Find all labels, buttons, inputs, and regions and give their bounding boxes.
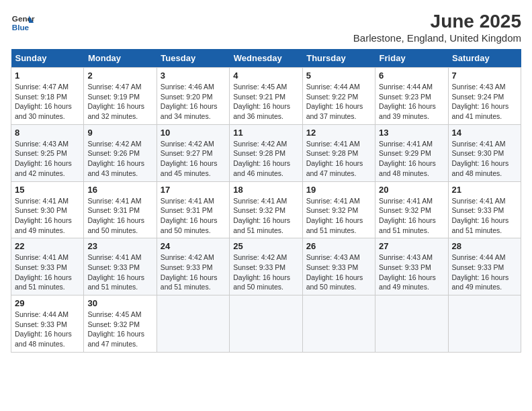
weekday-header-tuesday: Tuesday [157, 49, 229, 68]
day-number: 17 [161, 185, 226, 195]
weekday-header-friday: Friday [375, 49, 448, 68]
day-info: Sunrise: 4:42 AMSunset: 9:28 PMDaylight:… [233, 139, 298, 179]
calendar-cell: 9 Sunrise: 4:42 AMSunset: 9:26 PMDayligh… [84, 124, 157, 181]
day-info: Sunrise: 4:41 AMSunset: 9:33 PMDaylight:… [87, 253, 152, 292]
calendar-cell: 7 Sunrise: 4:43 AMSunset: 9:24 PMDayligh… [448, 68, 521, 125]
day-info: Sunrise: 4:41 AMSunset: 9:33 PMDaylight:… [15, 253, 80, 292]
calendar-cell: 15 Sunrise: 4:41 AMSunset: 9:30 PMDaylig… [11, 181, 84, 238]
day-info: Sunrise: 4:46 AMSunset: 9:20 PMDaylight:… [161, 82, 226, 122]
calendar-cell: 21 Sunrise: 4:41 AMSunset: 9:33 PMDaylig… [448, 181, 521, 238]
calendar-cell: 8 Sunrise: 4:43 AMSunset: 9:25 PMDayligh… [11, 124, 84, 181]
calendar-cell [157, 295, 229, 353]
calendar-table: SundayMondayTuesdayWednesdayThursdayFrid… [11, 49, 521, 353]
day-number: 12 [306, 128, 371, 138]
day-number: 9 [87, 128, 152, 138]
calendar-cell: 26 Sunrise: 4:43 AMSunset: 9:33 PMDaylig… [302, 238, 375, 295]
calendar-cell: 3 Sunrise: 4:46 AMSunset: 9:20 PMDayligh… [157, 68, 229, 125]
calendar-cell [302, 295, 375, 353]
day-info: Sunrise: 4:42 AMSunset: 9:33 PMDaylight:… [233, 253, 298, 292]
day-number: 19 [306, 185, 371, 195]
day-number: 5 [306, 71, 371, 81]
day-info: Sunrise: 4:43 AMSunset: 9:25 PMDaylight:… [15, 139, 80, 179]
day-number: 22 [15, 241, 80, 251]
day-number: 25 [233, 241, 298, 251]
day-info: Sunrise: 4:41 AMSunset: 9:31 PMDaylight:… [161, 196, 226, 236]
weekday-header-row: SundayMondayTuesdayWednesdayThursdayFrid… [11, 49, 521, 68]
day-info: Sunrise: 4:41 AMSunset: 9:32 PMDaylight:… [233, 196, 298, 236]
day-number: 1 [15, 71, 80, 81]
day-number: 2 [87, 71, 152, 81]
calendar-cell: 1 Sunrise: 4:47 AMSunset: 9:18 PMDayligh… [11, 68, 84, 125]
weekday-header-saturday: Saturday [448, 49, 521, 68]
day-number: 18 [233, 185, 298, 195]
weekday-header-monday: Monday [84, 49, 157, 68]
day-number: 16 [87, 185, 152, 195]
calendar-cell: 20 Sunrise: 4:41 AMSunset: 9:32 PMDaylig… [375, 181, 448, 238]
day-info: Sunrise: 4:44 AMSunset: 9:23 PMDaylight:… [379, 82, 444, 122]
day-number: 13 [379, 128, 444, 138]
calendar-cell [230, 295, 302, 353]
svg-text:Blue: Blue [12, 23, 30, 32]
calendar-week-3: 15 Sunrise: 4:41 AMSunset: 9:30 PMDaylig… [11, 181, 521, 238]
day-info: Sunrise: 4:42 AMSunset: 9:33 PMDaylight:… [161, 253, 226, 292]
day-info: Sunrise: 4:41 AMSunset: 9:31 PMDaylight:… [87, 196, 152, 236]
calendar-cell: 14 Sunrise: 4:41 AMSunset: 9:30 PMDaylig… [448, 124, 521, 181]
page-header: General Blue June 2025 Barlestone, Engla… [11, 11, 521, 44]
day-info: Sunrise: 4:42 AMSunset: 9:27 PMDaylight:… [161, 139, 226, 179]
day-info: Sunrise: 4:41 AMSunset: 9:30 PMDaylight:… [15, 196, 80, 236]
day-number: 21 [452, 185, 517, 195]
day-number: 6 [379, 71, 444, 81]
calendar-cell: 6 Sunrise: 4:44 AMSunset: 9:23 PMDayligh… [375, 68, 448, 125]
day-number: 24 [161, 241, 226, 251]
calendar-cell: 30 Sunrise: 4:45 AMSunset: 9:32 PMDaylig… [84, 295, 157, 353]
calendar-week-4: 22 Sunrise: 4:41 AMSunset: 9:33 PMDaylig… [11, 238, 521, 295]
day-info: Sunrise: 4:43 AMSunset: 9:33 PMDaylight:… [306, 253, 371, 292]
month-year-title: June 2025 [353, 11, 521, 32]
calendar-cell: 13 Sunrise: 4:41 AMSunset: 9:29 PMDaylig… [375, 124, 448, 181]
calendar-cell: 27 Sunrise: 4:43 AMSunset: 9:33 PMDaylig… [375, 238, 448, 295]
title-block: June 2025 Barlestone, England, United Ki… [353, 11, 521, 44]
calendar-cell: 23 Sunrise: 4:41 AMSunset: 9:33 PMDaylig… [84, 238, 157, 295]
day-number: 8 [15, 128, 80, 138]
day-info: Sunrise: 4:44 AMSunset: 9:33 PMDaylight:… [452, 253, 517, 292]
calendar-cell: 17 Sunrise: 4:41 AMSunset: 9:31 PMDaylig… [157, 181, 229, 238]
day-info: Sunrise: 4:41 AMSunset: 9:30 PMDaylight:… [452, 139, 517, 179]
day-number: 20 [379, 185, 444, 195]
calendar-cell [448, 295, 521, 353]
day-info: Sunrise: 4:41 AMSunset: 9:33 PMDaylight:… [452, 196, 517, 236]
weekday-header-thursday: Thursday [302, 49, 375, 68]
day-number: 4 [233, 71, 298, 81]
calendar-cell: 11 Sunrise: 4:42 AMSunset: 9:28 PMDaylig… [230, 124, 302, 181]
calendar-cell: 16 Sunrise: 4:41 AMSunset: 9:31 PMDaylig… [84, 181, 157, 238]
day-info: Sunrise: 4:41 AMSunset: 9:32 PMDaylight:… [306, 196, 371, 236]
day-info: Sunrise: 4:47 AMSunset: 9:18 PMDaylight:… [15, 82, 80, 122]
day-number: 14 [452, 128, 517, 138]
location-subtitle: Barlestone, England, United Kingdom [353, 32, 521, 44]
calendar-cell: 4 Sunrise: 4:45 AMSunset: 9:21 PMDayligh… [230, 68, 302, 125]
calendar-cell: 18 Sunrise: 4:41 AMSunset: 9:32 PMDaylig… [230, 181, 302, 238]
logo-icon: General Blue [11, 11, 35, 35]
day-number: 3 [161, 71, 226, 81]
logo: General Blue [11, 11, 35, 35]
day-number: 15 [15, 185, 80, 195]
calendar-cell: 10 Sunrise: 4:42 AMSunset: 9:27 PMDaylig… [157, 124, 229, 181]
day-number: 23 [87, 241, 152, 251]
day-info: Sunrise: 4:44 AMSunset: 9:22 PMDaylight:… [306, 82, 371, 122]
calendar-cell: 24 Sunrise: 4:42 AMSunset: 9:33 PMDaylig… [157, 238, 229, 295]
day-number: 27 [379, 241, 444, 251]
day-info: Sunrise: 4:41 AMSunset: 9:29 PMDaylight:… [379, 139, 444, 179]
weekday-header-sunday: Sunday [11, 49, 84, 68]
calendar-cell: 19 Sunrise: 4:41 AMSunset: 9:32 PMDaylig… [302, 181, 375, 238]
calendar-cell: 22 Sunrise: 4:41 AMSunset: 9:33 PMDaylig… [11, 238, 84, 295]
weekday-header-wednesday: Wednesday [230, 49, 302, 68]
day-info: Sunrise: 4:41 AMSunset: 9:28 PMDaylight:… [306, 139, 371, 179]
day-number: 30 [87, 298, 152, 308]
day-info: Sunrise: 4:42 AMSunset: 9:26 PMDaylight:… [87, 139, 152, 179]
day-number: 28 [452, 241, 517, 251]
calendar-cell: 29 Sunrise: 4:44 AMSunset: 9:33 PMDaylig… [11, 295, 84, 353]
calendar-week-2: 8 Sunrise: 4:43 AMSunset: 9:25 PMDayligh… [11, 124, 521, 181]
day-number: 29 [15, 298, 80, 308]
day-number: 10 [161, 128, 226, 138]
calendar-cell: 25 Sunrise: 4:42 AMSunset: 9:33 PMDaylig… [230, 238, 302, 295]
day-number: 7 [452, 71, 517, 81]
